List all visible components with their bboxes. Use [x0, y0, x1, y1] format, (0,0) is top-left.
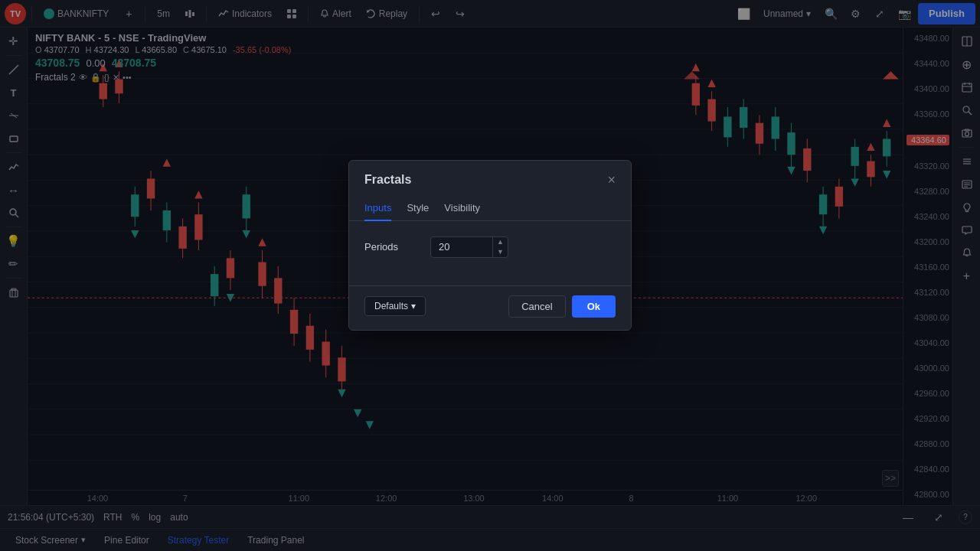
- modal-actions: Cancel Ok: [508, 295, 616, 318]
- ok-btn[interactable]: Ok: [572, 295, 616, 318]
- defaults-btn[interactable]: Defaults ▾: [364, 296, 426, 316]
- cancel-btn[interactable]: Cancel: [508, 295, 565, 318]
- spinner-up[interactable]: ▲: [493, 237, 508, 247]
- modal-header: Fractals ×: [349, 161, 631, 187]
- periods-label: Periods: [364, 241, 418, 253]
- modal-tabs: Inputs Style Visibility: [349, 196, 631, 221]
- spinner-down[interactable]: ▼: [493, 247, 508, 257]
- modal-title: Fractals: [364, 173, 411, 187]
- modal-close-btn[interactable]: ×: [607, 173, 616, 187]
- defaults-arrow-icon: ▾: [411, 301, 416, 311]
- periods-input-wrap: ▲ ▼: [430, 236, 508, 258]
- fractals-modal: Fractals × Inputs Style Visibility Perio…: [348, 160, 632, 331]
- tab-inputs[interactable]: Inputs: [364, 196, 391, 221]
- defaults-label: Defaults: [374, 301, 408, 311]
- modal-body: Periods ▲ ▼: [349, 221, 631, 285]
- periods-field: Periods ▲ ▼: [364, 236, 616, 258]
- tab-style[interactable]: Style: [407, 196, 429, 221]
- periods-input[interactable]: [431, 237, 492, 256]
- spinners: ▲ ▼: [492, 237, 508, 257]
- tab-visibility[interactable]: Visibility: [444, 196, 480, 221]
- modal-overlay[interactable]: Fractals × Inputs Style Visibility Perio…: [0, 0, 980, 551]
- modal-footer: Defaults ▾ Cancel Ok: [349, 285, 631, 330]
